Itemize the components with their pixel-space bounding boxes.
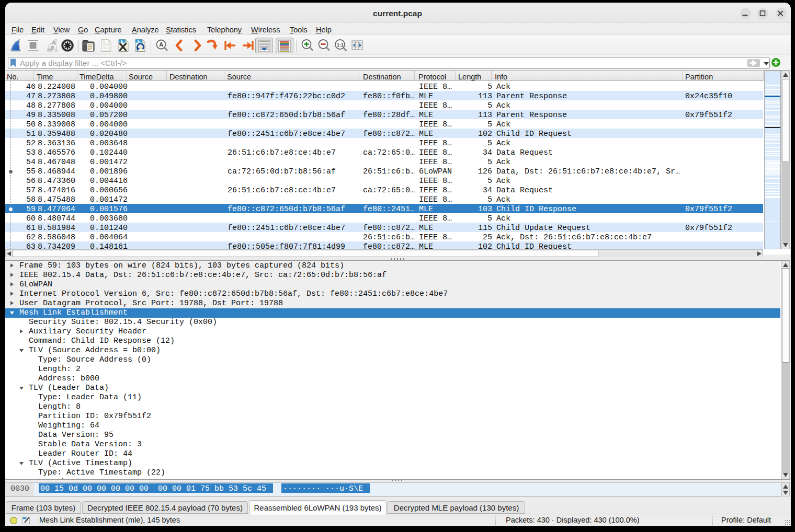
svg-text:1:1: 1:1: [337, 42, 344, 48]
svg-text:0111: 0111: [103, 49, 111, 53]
svg-text:A: A: [159, 41, 163, 48]
